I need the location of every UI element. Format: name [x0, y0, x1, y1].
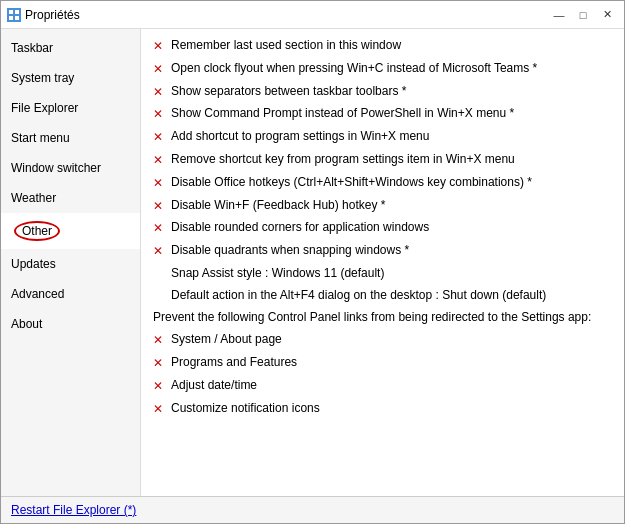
x-icon: ✕: [153, 61, 165, 78]
svg-rect-3: [15, 16, 19, 20]
item-text: Show separators between taskbar toolbars…: [171, 83, 612, 100]
indent-item: Default action in the Alt+F4 dialog on t…: [153, 287, 612, 304]
sidebar-item-system-tray[interactable]: System tray: [1, 63, 140, 93]
list-item: ✕ Remember last used section in this win…: [153, 37, 612, 55]
item-text: Programs and Features: [171, 354, 612, 371]
sidebar-item-file-explorer[interactable]: File Explorer: [1, 93, 140, 123]
indent-item: Snap Assist style : Windows 11 (default): [153, 265, 612, 282]
x-icon: ✕: [153, 401, 165, 418]
item-text: Show Command Prompt instead of PowerShel…: [171, 105, 612, 122]
sidebar-item-label: Other: [14, 221, 60, 241]
item-text: Open clock flyout when pressing Win+C in…: [171, 60, 612, 77]
svg-rect-1: [15, 10, 19, 14]
sidebar-item-advanced[interactable]: Advanced: [1, 279, 140, 309]
sidebar-item-label: System tray: [11, 71, 74, 85]
sidebar-item-updates[interactable]: Updates: [1, 249, 140, 279]
item-text: Remember last used section in this windo…: [171, 37, 612, 54]
x-icon: ✕: [153, 378, 165, 395]
list-item: ✕ Disable rounded corners for applicatio…: [153, 219, 612, 237]
window-icon: [7, 8, 21, 22]
item-text: Remove shortcut key from program setting…: [171, 151, 612, 168]
main-window: Propriétés — □ ✕ TaskbarSystem trayFile …: [0, 0, 625, 524]
title-controls: — □ ✕: [548, 6, 618, 24]
item-text: Disable Office hotkeys (Ctrl+Alt+Shift+W…: [171, 174, 612, 191]
x-icon: ✕: [153, 243, 165, 260]
x-icon: ✕: [153, 152, 165, 169]
sidebar-item-label: Start menu: [11, 131, 70, 145]
x-icon: ✕: [153, 84, 165, 101]
close-button[interactable]: ✕: [596, 6, 618, 24]
svg-rect-2: [9, 16, 13, 20]
x-icon: ✕: [153, 129, 165, 146]
list-item: ✕ Open clock flyout when pressing Win+C …: [153, 60, 612, 78]
x-icon: ✕: [153, 106, 165, 123]
title-bar: Propriétés — □ ✕: [1, 1, 624, 29]
sidebar-item-about[interactable]: About: [1, 309, 140, 339]
svg-rect-0: [9, 10, 13, 14]
list-item: ✕ Show Command Prompt instead of PowerSh…: [153, 105, 612, 123]
item-text: Disable quadrants when snapping windows …: [171, 242, 612, 259]
sidebar-item-start-menu[interactable]: Start menu: [1, 123, 140, 153]
item-text: Disable Win+F (Feedback Hub) hotkey *: [171, 197, 612, 214]
item-text: Customize notification icons: [171, 400, 612, 417]
sidebar-item-label: Advanced: [11, 287, 64, 301]
sidebar-item-weather[interactable]: Weather: [1, 183, 140, 213]
footer: Restart File Explorer (*): [1, 496, 624, 523]
sidebar-item-label: Weather: [11, 191, 56, 205]
prevent-header: Prevent the following Control Panel link…: [153, 309, 612, 326]
x-icon: ✕: [153, 198, 165, 215]
x-icon: ✕: [153, 38, 165, 55]
main-panel: ✕ Remember last used section in this win…: [141, 29, 624, 496]
sidebar: TaskbarSystem trayFile ExplorerStart men…: [1, 29, 141, 496]
list-item: ✕ Disable quadrants when snapping window…: [153, 242, 612, 260]
list-item: ✕ Programs and Features: [153, 354, 612, 372]
sidebar-item-window-switcher[interactable]: Window switcher: [1, 153, 140, 183]
list-item: ✕ Show separators between taskbar toolba…: [153, 83, 612, 101]
list-item: ✕ Remove shortcut key from program setti…: [153, 151, 612, 169]
list-item: ✕ Disable Win+F (Feedback Hub) hotkey *: [153, 197, 612, 215]
x-icon: ✕: [153, 355, 165, 372]
minimize-button[interactable]: —: [548, 6, 570, 24]
list-item: ✕ System / About page: [153, 331, 612, 349]
window-title: Propriétés: [25, 8, 80, 22]
restart-file-explorer-link[interactable]: Restart File Explorer (*): [11, 503, 136, 517]
sidebar-item-label: About: [11, 317, 42, 331]
sidebar-item-other[interactable]: Other: [1, 213, 140, 249]
list-item: ✕ Disable Office hotkeys (Ctrl+Alt+Shift…: [153, 174, 612, 192]
list-item: ✕ Customize notification icons: [153, 400, 612, 418]
sidebar-item-label: Taskbar: [11, 41, 53, 55]
sidebar-item-taskbar[interactable]: Taskbar: [1, 33, 140, 63]
item-text: Disable rounded corners for application …: [171, 219, 612, 236]
sidebar-item-label: Window switcher: [11, 161, 101, 175]
sidebar-item-label: Updates: [11, 257, 56, 271]
maximize-button[interactable]: □: [572, 6, 594, 24]
item-text: Adjust date/time: [171, 377, 612, 394]
list-item: ✕ Add shortcut to program settings in Wi…: [153, 128, 612, 146]
list-item: ✕ Adjust date/time: [153, 377, 612, 395]
x-icon: ✕: [153, 175, 165, 192]
sidebar-item-label: File Explorer: [11, 101, 78, 115]
item-text: Add shortcut to program settings in Win+…: [171, 128, 612, 145]
content-area: TaskbarSystem trayFile ExplorerStart men…: [1, 29, 624, 496]
item-text: System / About page: [171, 331, 612, 348]
x-icon: ✕: [153, 332, 165, 349]
x-icon: ✕: [153, 220, 165, 237]
title-bar-left: Propriétés: [7, 8, 80, 22]
